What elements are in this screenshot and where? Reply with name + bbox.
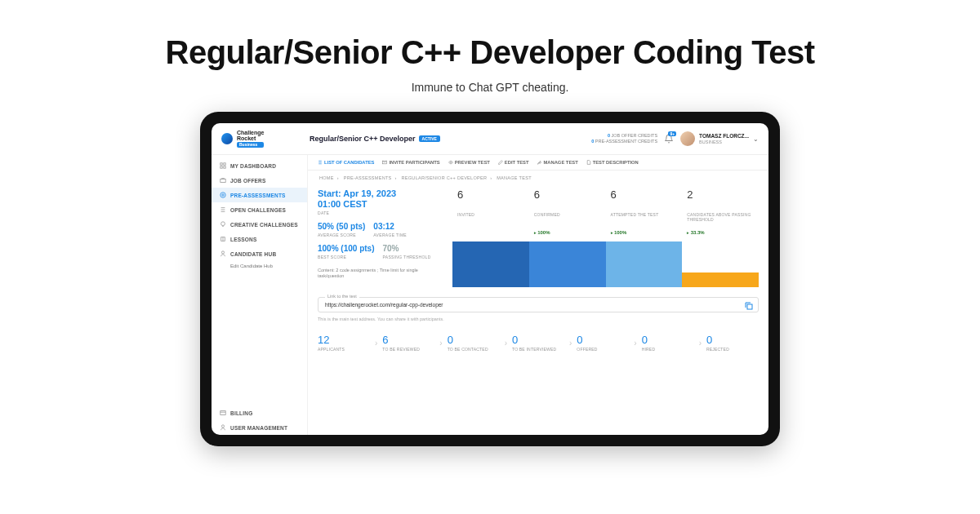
avatar[interactable] [680, 131, 695, 146]
chevron-right-icon: › [439, 339, 442, 348]
tab-list-of-candidates[interactable]: LIST OF CANDIDATES [318, 160, 374, 165]
credits-block: 0 JOB OFFER CREDITS 0 PRE-ASSESSMENT CRE… [591, 133, 657, 144]
pipeline-to-be-reviewed[interactable]: 6TO BE REVIEWED [382, 334, 434, 352]
book-icon [220, 236, 226, 242]
svg-point-8 [221, 251, 224, 254]
funnel-chart [452, 241, 759, 287]
pipeline: 12APPLICANTS› 6TO BE REVIEWED› 0TO BE CO… [308, 324, 768, 352]
pipeline-to-be-contacted[interactable]: 0TO BE CONTACTED [448, 334, 500, 352]
sidebar-item-dashboard[interactable]: MY DASHBOARD [212, 158, 307, 173]
mail-icon [382, 160, 387, 165]
content-note: Content: 2 code assignments ; Time limit… [318, 268, 444, 279]
best-score: 100% (100 pts) [318, 244, 374, 253]
briefcase-icon [220, 177, 226, 184]
average-score: 50% (50 pts) [318, 222, 365, 231]
doc-icon [586, 160, 591, 165]
sidebar-item-candidate-hub[interactable]: CANDIDATE HUB [212, 246, 307, 261]
users-icon [220, 250, 226, 257]
svg-rect-0 [220, 163, 222, 165]
svg-rect-2 [220, 166, 222, 168]
tab-invite-participants[interactable]: INVITE PARTICIPANTS [382, 160, 439, 165]
svg-point-12 [450, 162, 451, 162]
pipeline-to-be-interviewed[interactable]: 0TO BE INTERVIEWED [512, 334, 564, 352]
sidebar-item-pre-assessments[interactable]: PRE-ASSESSMENTS [212, 188, 307, 202]
funnel-above-threshold: 2 CANDIDATES ABOVE PASSING THRESHOLD 33.… [682, 188, 759, 235]
status-badge: ACTIVE [419, 135, 440, 142]
rocket-icon [221, 133, 233, 144]
link-value: https://challengerocket.com/regular-cpp-… [325, 302, 443, 308]
sidebar-item-open-challenges[interactable]: OPEN CHALLENGES [212, 202, 307, 217]
svg-point-7 [221, 222, 225, 226]
page-subtitle: Immune to Chat GPT cheating. [0, 81, 980, 94]
svg-rect-4 [220, 179, 225, 182]
svg-rect-1 [224, 163, 225, 165]
svg-rect-9 [220, 411, 225, 415]
tab-bar: LIST OF CANDIDATES INVITE PARTICIPANTS P… [308, 155, 768, 171]
passing-threshold: 70% [382, 244, 430, 253]
chevron-down-icon: ⌄ [753, 135, 759, 143]
tablet-frame: Challenge Rocket Business Regular/Senior… [200, 112, 780, 446]
tab-manage-test[interactable]: MANAGE TEST [537, 160, 577, 165]
sidebar-item-creative-challenges[interactable]: CREATIVE CHALLENGES [212, 217, 307, 232]
summary-col: Start: Apr 19, 202301:00 CEST DATE 50% (… [318, 188, 444, 287]
test-link-field[interactable]: Link to the test https://challengerocket… [318, 297, 759, 312]
sidebar-sub-edit-candidate-hub[interactable]: Edit Candidate Hub [212, 261, 307, 271]
svg-rect-13 [747, 304, 752, 309]
brand-line2: Rocket [237, 135, 264, 141]
brand-line1: Challenge [237, 130, 264, 135]
brand-badge: Business [237, 142, 264, 148]
notifications-button[interactable]: 9+ [664, 134, 674, 144]
user-name: TOMASZ FLORCZ... [699, 133, 749, 139]
breadcrumb: HOME› PRE-ASSESSMENTS› REGULAR/SENIOR C+… [308, 171, 768, 185]
app-header: Challenge Rocket Business Regular/Senior… [212, 123, 768, 155]
svg-point-10 [221, 425, 224, 428]
funnel-invited: 6 INVITED [452, 188, 529, 235]
svg-point-5 [220, 193, 225, 197]
tab-preview-test[interactable]: PREVIEW TEST [448, 160, 490, 165]
link-help: This is the main test address. You can s… [318, 317, 759, 321]
chevron-right-icon: › [375, 339, 377, 348]
funnel: 6 INVITED 6 CONFIRMED 100% 6 ATTEMPTED T… [452, 188, 759, 287]
sidebar-item-billing[interactable]: BILLING [212, 405, 307, 420]
copy-icon[interactable] [745, 302, 753, 310]
pipeline-rejected[interactable]: 0REJECTED [706, 334, 759, 352]
card-icon [220, 410, 226, 416]
tab-edit-test[interactable]: EDIT TEST [498, 160, 529, 165]
svg-point-6 [222, 194, 224, 196]
brand-logo[interactable]: Challenge Rocket Business [221, 130, 310, 148]
start-date: Start: Apr 19, 202301:00 CEST [318, 188, 444, 209]
sidebar-item-user-management[interactable]: USER MANAGEMENT [212, 420, 307, 435]
user-menu[interactable]: TOMASZ FLORCZ... BUSINESS [699, 133, 749, 144]
pipeline-hired[interactable]: 0HIRED [642, 334, 694, 352]
pencil-icon [498, 160, 503, 165]
svg-rect-3 [224, 166, 225, 168]
wrench-icon [537, 160, 541, 165]
tab-test-description[interactable]: TEST DESCRIPTION [586, 160, 639, 165]
sidebar-item-lessons[interactable]: LESSONS [212, 232, 307, 246]
chevron-right-icon: › [634, 339, 636, 348]
sidebar-item-job-offers[interactable]: JOB OFFERS [212, 173, 307, 188]
average-time: 03:12 [373, 222, 407, 231]
crumb: MANAGE TEST [497, 175, 532, 180]
app-screen: Challenge Rocket Business Regular/Senior… [212, 123, 768, 435]
chevron-right-icon: › [505, 339, 507, 348]
user-role: BUSINESS [699, 140, 749, 144]
list-icon [220, 206, 226, 213]
link-label: Link to the test [325, 294, 359, 299]
funnel-confirmed: 6 CONFIRMED 100% [529, 188, 606, 235]
target-icon [220, 192, 226, 198]
notif-count: 9+ [668, 131, 676, 136]
bulb-icon [220, 221, 226, 228]
dashboard-panel: Start: Apr 19, 202301:00 CEST DATE 50% (… [308, 185, 768, 294]
eye-icon [448, 160, 453, 165]
crumb[interactable]: HOME [319, 175, 334, 180]
crumb[interactable]: PRE-ASSESSMENTS [344, 175, 392, 180]
funnel-attempted: 6 ATTEMPTED THE TEST 100% [606, 188, 683, 235]
pipeline-applicants[interactable]: 12APPLICANTS [318, 334, 370, 352]
list-icon [318, 160, 323, 165]
crumb[interactable]: REGULAR/SENIOR C++ DEVELOPER [402, 175, 488, 180]
chevron-right-icon: › [569, 339, 572, 348]
page-title: Regular/Senior C++ Developer Coding Test [0, 34, 980, 71]
grid-icon [220, 162, 226, 169]
pipeline-offered[interactable]: 0OFFERED [577, 334, 629, 352]
